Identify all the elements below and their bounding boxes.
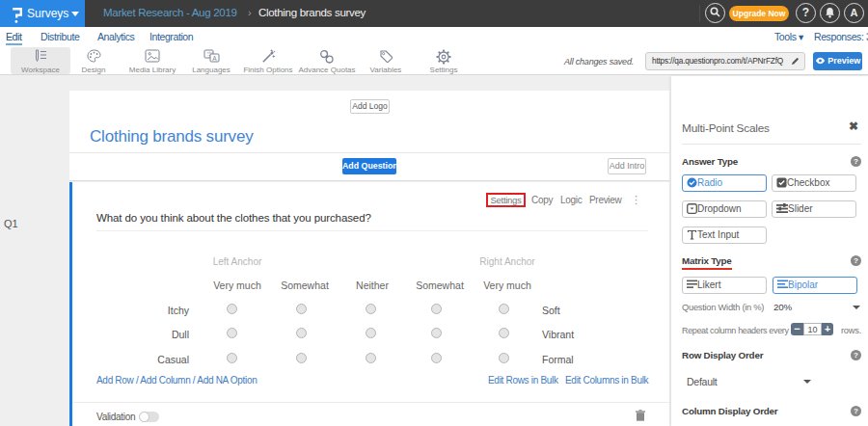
svg-text:A: A bbox=[212, 55, 217, 62]
